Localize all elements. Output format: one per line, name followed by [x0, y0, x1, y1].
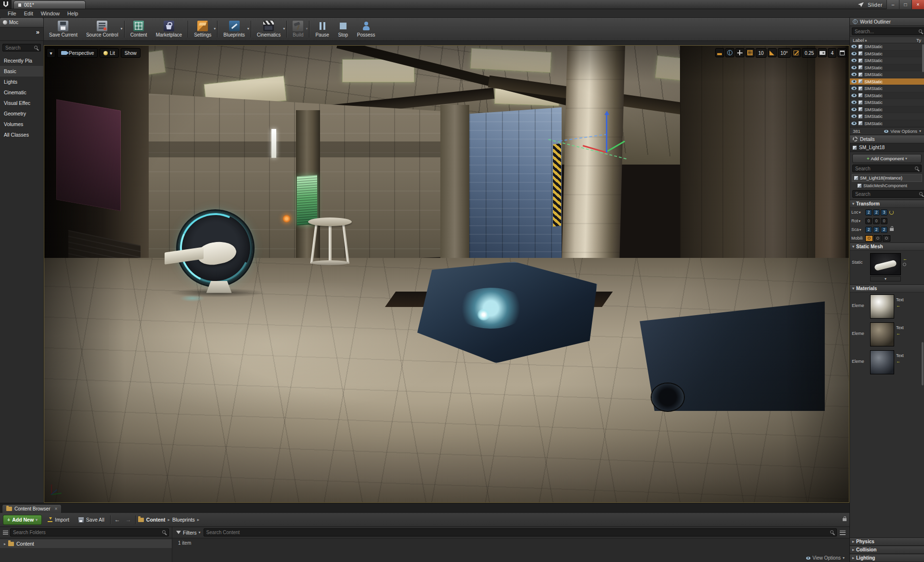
surface-snap-button[interactable]: [715, 48, 724, 57]
maximize-viewport-button[interactable]: [837, 48, 847, 57]
add-new-button[interactable]: + Add New ▾: [3, 515, 42, 525]
search-folders[interactable]: [10, 528, 169, 536]
modes-tab[interactable]: Moc: [0, 18, 43, 27]
visibility-eye-icon[interactable]: [851, 87, 857, 90]
collision-section-header[interactable]: ▸ Collision: [850, 546, 924, 554]
outliner-row[interactable]: SMStatic: [850, 51, 924, 58]
outliner-row-selected[interactable]: SMStatic: [850, 78, 924, 86]
search-folders-input[interactable]: [11, 530, 168, 535]
outliner-view-options[interactable]: View Options: [890, 128, 917, 134]
transform-section-header[interactable]: ▾ Transform: [850, 200, 924, 208]
property-search-input[interactable]: [853, 192, 924, 197]
outliner-scrollbar[interactable]: [922, 44, 924, 72]
folder-row-content[interactable]: ▸ Content: [0, 539, 172, 548]
save-all-button[interactable]: Save All: [75, 515, 108, 525]
use-selected-asset-icon[interactable]: ←: [896, 304, 922, 308]
gizmo-x-axis[interactable]: [583, 145, 608, 153]
lock-scale-icon[interactable]: [890, 228, 894, 231]
component-search[interactable]: [852, 165, 922, 172]
modes-item-lights[interactable]: Lights: [0, 77, 43, 87]
outliner-row[interactable]: SMStatic: [850, 57, 924, 64]
modes-item-all-classes[interactable]: All Classes: [0, 129, 43, 140]
outliner-row[interactable]: SMStatic: [850, 43, 924, 51]
visibility-eye-icon[interactable]: [851, 59, 857, 62]
use-selected-asset-icon[interactable]: ←: [903, 257, 907, 261]
details-tab[interactable]: Details: [850, 135, 924, 143]
static-mesh-thumbnail[interactable]: [870, 253, 901, 275]
physics-section-header[interactable]: ▸ Physics: [850, 537, 924, 546]
settings-sliders-icon[interactable]: [840, 530, 846, 535]
grid-snap-value[interactable]: 10: [756, 48, 767, 58]
outliner-row[interactable]: SMStatic: [850, 92, 924, 100]
outliner-row[interactable]: SMStatic: [850, 85, 924, 92]
outliner-row[interactable]: SMStatic: [850, 99, 924, 106]
visibility-eye-icon[interactable]: [851, 122, 857, 125]
lock-icon[interactable]: [843, 518, 847, 521]
breadcrumb-blueprints[interactable]: Blueprints: [172, 517, 195, 523]
save-current-button[interactable]: Save Current: [45, 19, 82, 39]
modes-item-volumes[interactable]: Volumes: [0, 119, 43, 129]
add-component-button[interactable]: + Add Component ▾: [852, 154, 922, 163]
modes-item-geometry[interactable]: Geometry: [0, 108, 43, 119]
static-mesh-section-header[interactable]: ▾ Static Mesh: [850, 243, 924, 251]
import-button[interactable]: Import: [44, 515, 73, 525]
back-button[interactable]: ←: [113, 515, 122, 524]
forward-button[interactable]: →: [124, 515, 133, 524]
component-search-input[interactable]: [853, 166, 921, 171]
visibility-eye-icon[interactable]: [851, 80, 857, 83]
viewport[interactable]: ▾ Perspective Lit Show: [44, 45, 849, 503]
camera-mode-button[interactable]: Perspective: [57, 48, 98, 58]
camera-speed-value[interactable]: 4: [828, 48, 836, 58]
material-thumbnail[interactable]: [870, 322, 894, 346]
rotation-snap-value[interactable]: 10°: [778, 48, 791, 58]
settings-button[interactable]: Settings ▾: [190, 19, 216, 39]
visibility-eye-icon[interactable]: [851, 115, 857, 118]
camera-speed-button[interactable]: [818, 48, 827, 57]
modes-item-recently-placed[interactable]: Recently Pla: [0, 55, 43, 66]
static-mesh-dropdown[interactable]: ▾: [870, 276, 901, 281]
rotation-x-field[interactable]: 0: [865, 218, 872, 224]
outliner-column-headers[interactable]: Label ▴ Ty: [850, 37, 924, 43]
visibility-eye-icon[interactable]: [851, 66, 857, 69]
scale-snap-value[interactable]: 0.25: [802, 48, 817, 58]
content-browser-assets[interactable]: 1 item View Options ▾: [172, 538, 849, 562]
gizmo-y-axis[interactable]: [606, 140, 626, 153]
component-tree-root[interactable]: SM_Light18(Instance): [852, 174, 922, 182]
scale-x-field[interactable]: 2: [865, 227, 872, 233]
expand-chevrons-button[interactable]: »: [0, 27, 43, 40]
mobility-stationary-button[interactable]: [874, 235, 882, 242]
content-button[interactable]: Content: [126, 19, 152, 39]
view-mode-button[interactable]: Lit: [100, 48, 119, 58]
content-browser-tab[interactable]: Content Browser ×: [2, 504, 62, 513]
component-tree-child[interactable]: StaticMeshComponent: [850, 182, 924, 189]
lighting-section-header[interactable]: ▸ Lighting: [850, 554, 924, 562]
move-tool-button[interactable]: [735, 48, 744, 57]
location-y-field[interactable]: 2: [873, 209, 880, 216]
stop-button[interactable]: Stop: [334, 19, 353, 39]
mobility-movable-button[interactable]: [883, 235, 890, 242]
caret-right-icon[interactable]: ▸: [4, 542, 6, 546]
location-z-field[interactable]: 3: [881, 209, 887, 216]
search-content-input[interactable]: [204, 530, 836, 535]
modes-item-visual-effects[interactable]: Visual Effec: [0, 98, 43, 108]
pause-button[interactable]: Pause: [311, 19, 333, 39]
reset-to-default-icon[interactable]: [889, 210, 894, 215]
scale-snap-toggle[interactable]: [792, 48, 801, 57]
rotation-y-field[interactable]: 0: [873, 218, 880, 224]
transform-gizmo[interactable]: [582, 114, 626, 160]
browse-to-asset-icon[interactable]: [903, 263, 906, 266]
visibility-eye-icon[interactable]: [851, 108, 857, 111]
menu-help[interactable]: Help: [64, 11, 82, 16]
use-selected-asset-icon[interactable]: ←: [896, 332, 922, 336]
show-flags-button[interactable]: Show: [121, 48, 141, 58]
outliner-row[interactable]: SMStatic: [850, 120, 924, 128]
source-control-button[interactable]: Source Control ▾: [82, 19, 123, 39]
visibility-eye-icon[interactable]: [851, 73, 857, 76]
possess-button[interactable]: Possess: [353, 19, 380, 39]
modes-item-basic[interactable]: Basic: [0, 66, 43, 77]
material-thumbnail[interactable]: [870, 350, 894, 374]
outliner-row[interactable]: SMStatic: [850, 106, 924, 114]
menu-file[interactable]: File: [4, 11, 20, 16]
visibility-eye-icon[interactable]: [851, 45, 857, 48]
viewport-options-button[interactable]: ▾: [47, 48, 55, 58]
